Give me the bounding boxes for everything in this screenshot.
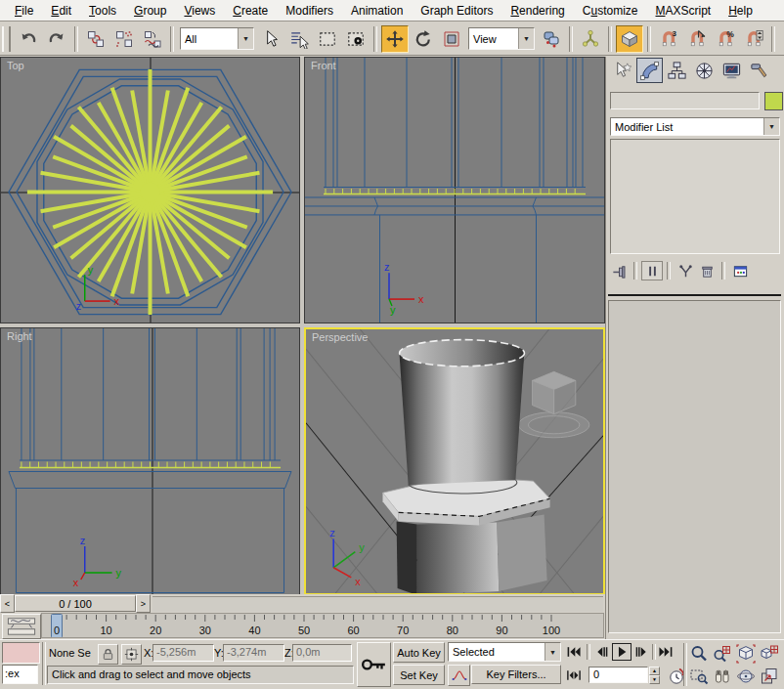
right-viewport-canvas[interactable]: z y x — [1, 328, 299, 594]
time-configuration-button[interactable] — [666, 666, 684, 684]
select-move-button[interactable] — [381, 25, 409, 53]
key-scope-dropdown[interactable]: Selected ▼ — [448, 642, 561, 662]
select-scale-button[interactable] — [438, 25, 465, 53]
menu-file[interactable]: File — [6, 1, 42, 21]
use-center-button[interactable] — [538, 25, 565, 53]
go-to-end-button[interactable] — [656, 644, 675, 660]
modifier-list-dropdown[interactable]: Modifier List ▼ — [610, 117, 780, 136]
tab-display[interactable] — [719, 58, 745, 83]
chevron-down-icon[interactable]: ▼ — [238, 28, 253, 49]
reference-coord-dropdown[interactable]: View▼ — [468, 27, 535, 50]
rect-region-button[interactable] — [314, 25, 341, 53]
y-coordinate-field[interactable]: -3,274m — [223, 644, 284, 662]
select-by-name-button[interactable] — [285, 25, 313, 53]
track-ruler[interactable]: 0102030405060708090100 — [41, 613, 604, 638]
set-key-button[interactable]: Set Key — [393, 665, 445, 685]
current-frame-field[interactable]: 0 — [588, 667, 648, 683]
snaps-toggle-button[interactable]: 3 — [655, 25, 682, 53]
zoom-extents-button[interactable] — [735, 643, 756, 664]
time-slider-frame-display[interactable]: 0 / 100 — [15, 595, 136, 612]
menu-graph-editors[interactable]: Graph Editors — [412, 1, 501, 21]
window-crossing-button[interactable] — [342, 25, 370, 53]
maximize-viewport-button[interactable] — [759, 666, 779, 686]
toolbar-grip[interactable] — [2, 26, 11, 52]
maxscript-listener-pane[interactable]: :ex — [2, 665, 38, 684]
tab-utilities[interactable] — [746, 58, 772, 83]
menu-group[interactable]: Group — [125, 1, 175, 21]
go-to-start-button[interactable] — [565, 644, 583, 660]
percent-snap-button[interactable]: % — [712, 25, 739, 53]
spinner-down-icon[interactable]: ▼ — [649, 675, 660, 684]
viewport-label-top[interactable]: Top — [7, 60, 24, 71]
chevron-down-icon[interactable]: ▼ — [544, 643, 560, 661]
select-object-button[interactable] — [257, 25, 284, 53]
z-coordinate-field[interactable]: 0,0m — [292, 644, 352, 662]
auto-key-button[interactable]: Auto Key — [393, 642, 445, 663]
menu-edit[interactable]: Edit — [42, 1, 80, 21]
tab-create[interactable] — [609, 58, 635, 83]
configure-sets-button[interactable] — [729, 261, 751, 280]
viewport-label-front[interactable]: Front — [311, 60, 336, 71]
select-rotate-button[interactable] — [410, 25, 437, 53]
select-manipulate-button[interactable] — [577, 25, 604, 53]
unlink-button[interactable] — [110, 25, 138, 53]
object-color-swatch[interactable] — [764, 92, 783, 110]
next-frame-button[interactable] — [634, 644, 650, 660]
key-mode-toggle[interactable] — [565, 667, 582, 683]
selection-filter-dropdown[interactable]: All▼ — [180, 27, 254, 50]
zoom-all-button[interactable] — [712, 643, 732, 664]
mini-curve-editor-button[interactable] — [2, 614, 41, 639]
time-slider-prev-button[interactable]: < — [0, 594, 15, 613]
tab-modify[interactable] — [636, 58, 663, 83]
frame-spinner[interactable]: ▲ ▼ — [649, 667, 660, 683]
set-key-mode-button[interactable] — [357, 642, 391, 687]
object-name-field[interactable] — [610, 92, 760, 109]
menu-views[interactable]: Views — [175, 1, 224, 21]
x-coordinate-field[interactable]: -5,256m — [152, 644, 214, 662]
spinner-up-icon[interactable]: ▲ — [649, 667, 660, 675]
perspective-viewport-canvas[interactable]: z y x — [306, 329, 603, 593]
bind-spacewarp-button[interactable] — [139, 25, 166, 53]
previous-frame-button[interactable] — [592, 644, 609, 660]
menu-modifiers[interactable]: Modifiers — [277, 1, 342, 21]
show-end-result-button[interactable] — [641, 261, 663, 280]
pin-stack-button[interactable] — [608, 261, 630, 280]
menu-maxscript[interactable]: MAXScript — [647, 1, 720, 21]
undo-button[interactable] — [15, 25, 42, 53]
macro-recorder-pane[interactable] — [2, 642, 40, 664]
zoom-extents-all-button[interactable] — [759, 643, 779, 664]
menu-customize[interactable]: Customize — [574, 1, 647, 21]
keyboard-override-button[interactable] — [616, 25, 643, 53]
viewport-perspective[interactable]: z y x Perspective — [304, 327, 605, 595]
menu-animation[interactable]: Animation — [342, 1, 412, 21]
redo-button[interactable] — [43, 25, 70, 53]
select-link-button[interactable] — [82, 25, 109, 53]
zoom-region-button[interactable] — [688, 666, 709, 686]
chevron-down-icon[interactable]: ▼ — [763, 118, 779, 135]
time-slider-next-button[interactable]: > — [136, 594, 151, 613]
rollout-area[interactable] — [608, 300, 781, 633]
tab-motion[interactable] — [691, 58, 718, 83]
selection-lock-button[interactable] — [98, 644, 118, 665]
tab-hierarchy[interactable] — [664, 58, 690, 83]
zoom-button[interactable] — [688, 643, 709, 664]
menu-tools[interactable]: Tools — [80, 1, 125, 21]
menu-create[interactable]: Create — [224, 1, 277, 21]
angle-snap-button[interactable] — [683, 25, 711, 53]
spinner-snap-button[interactable] — [740, 25, 767, 53]
modifier-stack-list[interactable] — [610, 139, 780, 254]
make-unique-button[interactable] — [675, 261, 696, 280]
top-viewport-canvas[interactable]: y x z — [1, 58, 299, 323]
menu-help[interactable]: Help — [719, 1, 762, 21]
pan-button[interactable] — [712, 666, 732, 686]
menu-rendering[interactable]: Rendering — [501, 1, 573, 21]
absolute-offset-toggle[interactable] — [121, 644, 142, 665]
time-slider-track[interactable] — [152, 596, 603, 612]
viewport-label-right[interactable]: Right — [7, 330, 32, 342]
remove-modifier-button[interactable] — [696, 261, 718, 280]
chevron-down-icon[interactable]: ▼ — [518, 28, 534, 49]
front-viewport-canvas[interactable]: z x y — [305, 58, 604, 323]
play-button[interactable] — [612, 643, 632, 661]
viewport-top[interactable]: y x z Top — [0, 57, 300, 323]
viewport-front[interactable]: z x y Front — [304, 57, 605, 323]
